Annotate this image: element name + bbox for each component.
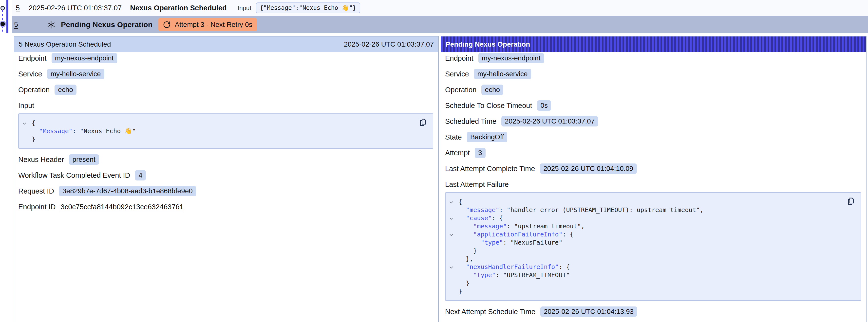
field-value-chip: 3 [475, 148, 486, 158]
json-key: "applicationFailureInfo" [473, 231, 562, 238]
event-detail-body: Endpointmy-nexus-endpointServicemy-hello… [14, 52, 438, 212]
field-endpoint-id: Endpoint ID3c0c75ccfa8144b092c13ce632463… [18, 202, 433, 212]
event-title: Pending Nexus Operation [61, 21, 153, 29]
event-detail-header-time: 2025-02-26 UTC 01:03:37.07 [344, 40, 434, 48]
event-input-label: Input [238, 4, 251, 11]
field-label-next-attempt-schedule-time: Next Attempt Schedule Time [445, 308, 535, 316]
event-title: Nexus Operation Scheduled [130, 4, 227, 12]
field-request-id: Request ID3e829b7e-7d67-4b08-aad3-b1e868… [18, 186, 433, 196]
timeline-node-current-icon [0, 22, 5, 26]
json-line: "type": "NexusFailure" [445, 238, 841, 247]
field-value-chip: my-hello-service [474, 69, 531, 79]
last-attempt-failure-json-viewer: { "message": "handler error (UPSTREAM_TI… [445, 192, 861, 301]
event-row-pending-nexus-operation[interactable]: 5 Pending Nexus Operation Attempt 3 · Ne… [12, 16, 868, 33]
field-value-chip: 2025-02-26 UTC 01:03:37.07 [501, 116, 598, 127]
field-nexus-header: Nexus Headerpresent [18, 155, 433, 164]
field-value-chip: echo [55, 85, 76, 95]
field-value-chip: my-nexus-endpoint [52, 53, 117, 63]
field-attempt: Attempt3 [445, 148, 861, 158]
field-state: StateBackingOff [445, 132, 861, 142]
json-line: { [445, 198, 841, 206]
json-key: "message" [473, 223, 506, 230]
json-line: "message": "upstream timeout", [445, 222, 841, 230]
json-line: }, [445, 255, 841, 263]
chevron-down-icon[interactable] [448, 264, 454, 269]
pending-asterisk-icon [46, 20, 56, 29]
pending-operation-body: Endpointmy-nexus-endpointServicemy-hello… [441, 52, 866, 317]
chevron-down-icon[interactable] [448, 215, 454, 221]
json-line: } [445, 279, 841, 287]
json-line: "applicationFailureInfo": { [445, 230, 841, 238]
copy-icon[interactable] [418, 118, 428, 127]
pending-operation-header-title: Pending Nexus Operation [445, 40, 530, 48]
chevron-down-icon[interactable] [22, 120, 27, 126]
field-label-endpoint-id: Endpoint ID [18, 203, 56, 211]
event-timeline-gutter [0, 0, 12, 34]
json-line: "cause": { [445, 214, 841, 222]
field-value-chip: BackingOff [467, 132, 507, 142]
timeline-accent-bar [6, 0, 8, 33]
event-detail-header: 5 Nexus Operation Scheduled 2025-02-26 U… [14, 36, 438, 52]
copy-icon[interactable] [846, 197, 856, 206]
json-key: "message" [466, 206, 499, 214]
event-id-link[interactable]: 5 [16, 4, 21, 12]
chevron-down-icon[interactable] [448, 231, 454, 237]
event-detail-header-title: 5 Nexus Operation Scheduled [19, 40, 111, 48]
workflow-event-history-view: 5 2025-02-26 UTC 01:03:37.07 Nexus Opera… [0, 0, 868, 322]
field-service: Servicemy-hello-service [18, 69, 433, 79]
field-endpoint: Endpointmy-nexus-endpoint [445, 53, 861, 63]
json-key: "type" [473, 271, 495, 279]
json-line: "type": "UPSTREAM_TIMEOUT" [445, 271, 841, 279]
field-label-workflow-task-completed-event-id: Workflow Task Completed Event ID [18, 171, 130, 180]
field-label-last-attempt-complete-time: Last Attempt Complete Time [445, 165, 535, 173]
pending-operation-panel: Pending Nexus Operation Endpointmy-nexus… [441, 36, 867, 322]
field-label-schedule-to-close-timeout: Schedule To Close Timeout [445, 102, 532, 110]
field-workflow-task-completed-event-id: Workflow Task Completed Event ID4 [18, 170, 433, 180]
field-label-endpoint: Endpoint [18, 54, 46, 62]
event-id-link[interactable]: 5 [14, 21, 20, 29]
field-value-chip: my-nexus-endpoint [478, 53, 544, 63]
json-key: "cause" [466, 215, 492, 222]
event-input-value-chip: {"Message":"Nexus Echo 👋"} [256, 2, 360, 13]
field-value-chip: echo [482, 85, 503, 95]
field-label-service: Service [18, 70, 42, 78]
field-value-chip: 3e829b7e-7d67-4b08-aad3-b1e868bfe9e0 [59, 186, 196, 196]
event-timestamp: 2025-02-26 UTC 01:03:37.07 [29, 4, 122, 12]
field-label-input: Input [18, 101, 433, 110]
json-line: } [445, 287, 841, 295]
json-key: "type" [480, 239, 503, 246]
json-line: "nexusHandlerFailureInfo": { [445, 263, 841, 271]
field-operation: Operationecho [445, 85, 861, 95]
json-key: "nexusHandlerFailureInfo" [466, 263, 559, 270]
retry-icon [163, 21, 171, 29]
event-detail-panel-scheduled: 5 Nexus Operation Scheduled 2025-02-26 U… [14, 36, 439, 322]
chevron-down-icon[interactable] [448, 199, 454, 204]
field-input: Input{ "Message": "Nexus Echo 👋"} [18, 101, 433, 149]
field-scheduled-time: Scheduled Time2025-02-26 UTC 01:03:37.07 [445, 117, 861, 126]
event-row-nexus-operation-scheduled[interactable]: 5 2025-02-26 UTC 01:03:37.07 Nexus Opera… [12, 0, 868, 16]
field-label-attempt: Attempt [445, 149, 470, 157]
field-service: Servicemy-hello-service [445, 69, 861, 79]
json-line: "message": "handler error (UPSTREAM_TIME… [445, 206, 841, 214]
field-value-chip: 2025-02-26 UTC 01:04:13.93 [540, 307, 637, 317]
attempt-retry-text: Attempt 3 · Next Retry 0s [175, 21, 252, 29]
field-label-operation: Operation [445, 86, 476, 94]
field-value-link[interactable]: 3c0c75ccfa8144b092c13ce632463761 [61, 203, 184, 211]
json-line: } [19, 135, 413, 143]
field-label-scheduled-time: Scheduled Time [445, 117, 496, 126]
field-label-last-attempt-failure: Last Attempt Failure [445, 180, 861, 189]
field-value-chip: 0s [537, 100, 552, 111]
field-schedule-to-close-timeout: Schedule To Close Timeout0s [445, 101, 861, 110]
json-key: "Message" [39, 127, 72, 135]
field-label-endpoint: Endpoint [445, 54, 473, 62]
field-label-service: Service [445, 70, 469, 78]
field-endpoint: Endpointmy-nexus-endpoint [18, 53, 433, 63]
json-line: } [445, 247, 841, 255]
input-json-viewer: { "Message": "Nexus Echo 👋"} [18, 114, 433, 149]
field-value-chip: 4 [135, 170, 146, 181]
field-label-request-id: Request ID [18, 187, 54, 195]
field-value-chip: 2025-02-26 UTC 01:04:10.09 [540, 163, 637, 174]
field-label-operation: Operation [18, 86, 50, 94]
field-operation: Operationecho [18, 85, 433, 95]
field-value-chip: present [69, 154, 99, 165]
